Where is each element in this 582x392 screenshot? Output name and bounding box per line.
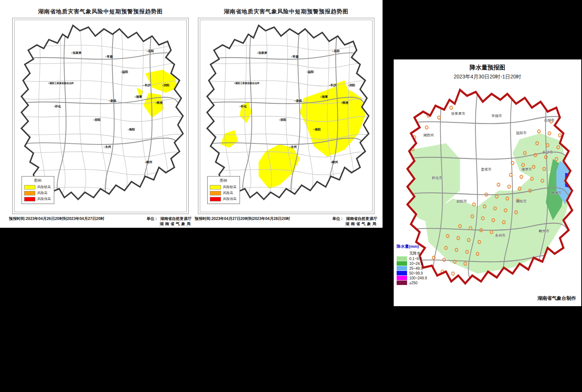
trend-map-1-footer: 预报时间:2023年04月26日20时到2023年04月27日20时 单位 : … (9, 216, 192, 227)
legend-swatch (24, 185, 35, 189)
trend-map-2-legend: 图例 风险较高风险高风险很高 (207, 176, 240, 204)
legend-swatch (397, 256, 407, 261)
unit-org-2: 湖南省气象局 (160, 221, 192, 227)
legend-swatch (397, 281, 407, 285)
legend-swatch (210, 197, 221, 201)
legend-label: 风险较高 (38, 185, 51, 189)
trend-map-1: 湖南省地质灾害气象风险中短期预警预报趋势图 ▪张家界▪常德▪岳阳▪湘西土家族苗族… (8, 0, 193, 228)
legend-item: 风险较高 (24, 185, 52, 189)
legend-swatch (397, 271, 407, 275)
legend-item: 50~99.9 (397, 271, 427, 275)
unit-org-2: 湖南省气象局 (345, 221, 378, 227)
city-label: 怀化市 (432, 175, 443, 180)
legend-swatch (210, 185, 221, 189)
city-label: ▪永州 (289, 145, 296, 149)
city-label: 衡阳市 (516, 199, 527, 204)
legend-label: 风险较高 (223, 185, 237, 189)
city-label: 岳阳市 (544, 118, 555, 123)
city-label: ▪湘潭 (321, 95, 328, 99)
trend-map-2-title: 湖南省地质灾害气象风险中短期预警预报趋势图 (194, 8, 378, 15)
legend-item: 无降水 (397, 251, 427, 256)
city-label: ▪怀化 (240, 104, 247, 108)
legend-swatch (24, 191, 35, 195)
trend-map-1-title: 湖南省地质灾害气象风险中短期预警预报趋势图 (8, 8, 193, 15)
city-label: ▪张家界 (71, 51, 81, 55)
trend-map-1-legend: 图例 风险较高风险高风险很高 (22, 176, 54, 204)
trend-map-2: 湖南省地质灾害气象风险中短期预警预报趋势图 ▪张家界▪常德▪岳阳▪湘西土家族苗族… (194, 0, 378, 228)
city-label: ▪浏阳 (162, 83, 169, 87)
trend-map-2-frame: ▪张家界▪常德▪岳阳▪湘西土家族苗族自治州▪益阳▪长沙▪浏阳▪娄底▪湘潭▪株洲▪… (198, 18, 374, 214)
city-label: ▪永州 (104, 145, 111, 149)
precip-legend: 降水量(mm) 无降水0.1~9.910~24.925~49.950~99.91… (397, 244, 427, 285)
city-label: 邵阳市 (456, 199, 467, 204)
city-label: ▪怀化 (54, 104, 61, 108)
city-label: ▪长沙 (143, 83, 150, 87)
legend-label: ≥250 (409, 281, 417, 285)
city-label: 益阳市 (516, 131, 527, 136)
city-label: ▪益阳 (307, 70, 314, 74)
city-label: 长沙市 (542, 150, 553, 155)
legend-swatch (24, 197, 35, 201)
trend-map-2-footer: 预报时间:2023年04月27日20时到2023年04月28日20时 单位 : … (195, 216, 378, 227)
legend-label: 风险高 (38, 191, 48, 195)
city-label: ▪常德 (105, 55, 113, 59)
city-label: ▪益阳 (121, 70, 128, 74)
legend-label: 0.1~9.9 (409, 257, 422, 261)
city-label: ▪常德 (291, 55, 298, 59)
precip-panel: 降水量预报图 2023年4月30日20时-1日20时 张家界市常德市岳阳市湘西州… (394, 59, 581, 306)
city-label: ▪邵阳 (93, 118, 100, 122)
city-label: 常德市 (491, 114, 502, 119)
legend-item: 风险高 (24, 191, 52, 195)
trend-maps-panel: 湖南省地质灾害气象风险中短期预警预报趋势图 ▪张家界▪常德▪岳阳▪湘西土家族苗族… (0, 0, 383, 228)
city-label: ▪长沙 (329, 83, 336, 87)
city-label: ▪岳阳 (147, 49, 154, 53)
precip-map-title: 降水量预报图 (394, 64, 581, 72)
city-label: ▪娄底 (109, 98, 116, 103)
city-label: ▪株洲 (155, 100, 162, 104)
city-label: ▪湘西土家族苗族自治州 (234, 82, 259, 85)
legend-label: 风险很高 (38, 197, 51, 201)
city-label: 湘潭市 (521, 167, 532, 172)
unit-org-1: 湖南省自然资源厅 (160, 216, 192, 221)
city-label: ▪湘潭 (135, 95, 142, 99)
legend-swatch (397, 261, 407, 266)
city-label: ▪郴州 (331, 160, 338, 164)
legend-item: 10~24.9 (397, 261, 427, 266)
legend-item: ≥250 (397, 281, 427, 285)
city-label: ▪娄底 (295, 98, 302, 103)
legend-item: 风险较高 (210, 185, 237, 189)
city-label: ▪浏阳 (348, 83, 355, 87)
legend-swatch (397, 276, 407, 280)
legend-item: 风险很高 (24, 197, 52, 201)
city-label: ▪株洲 (341, 100, 348, 104)
city-label: 张家界市 (451, 111, 465, 116)
legend-label: 25~49.9 (409, 266, 423, 270)
city-label: ▪郴州 (145, 160, 152, 164)
forecast-time: 预报时间:2023年04月27日20时到2023年04月28日20时 (195, 216, 290, 227)
legend-swatch (397, 266, 407, 270)
forecast-time: 预报时间:2023年04月26日20时到2023年04月27日20时 (9, 216, 104, 227)
unit-org-1: 湖南省自然资源厅 (345, 216, 378, 221)
precip-map-subtitle: 2023年4月30日20时-1日20时 (394, 74, 581, 80)
trend-map-1-frame: ▪张家界▪常德▪岳阳▪湘西土家族苗族自治州▪益阳▪长沙▪浏阳▪娄底▪湘潭▪株洲▪… (12, 18, 189, 214)
city-label: ▪衡阳 (128, 127, 135, 132)
page: 市 全部 ˅ 县 全部 ˅ 风险等级 全部 ˅ 关键字 名称 ⌕ 查询 ⊞ 新增… (0, 0, 582, 392)
city-label: ▪邵阳 (279, 118, 286, 122)
legend-label: 风险很高 (223, 197, 237, 201)
legend-label: 50~99.9 (409, 271, 423, 275)
legend-label: 100~249.9 (409, 276, 427, 280)
city-label: ▪湘西土家族苗族自治州 (48, 82, 74, 85)
legend-swatch (210, 191, 221, 195)
legend-label: 风险高 (223, 191, 233, 195)
city-label: ▪张家界 (257, 51, 267, 55)
unit-label: 单位 : (147, 216, 157, 227)
legend-item: 风险很高 (210, 197, 237, 201)
legend-item: 25~49.9 (397, 266, 427, 270)
legend-label: 10~24.9 (409, 262, 423, 266)
city-label: 株洲市 (551, 190, 562, 195)
city-label: 湘西州 (423, 133, 434, 137)
unit-label: 单位 : (332, 216, 342, 227)
legend-item: 风险高 (210, 191, 237, 195)
city-label: ▪岳阳 (332, 49, 339, 53)
precip-credit: 湖南省气象台制作 (537, 295, 576, 302)
